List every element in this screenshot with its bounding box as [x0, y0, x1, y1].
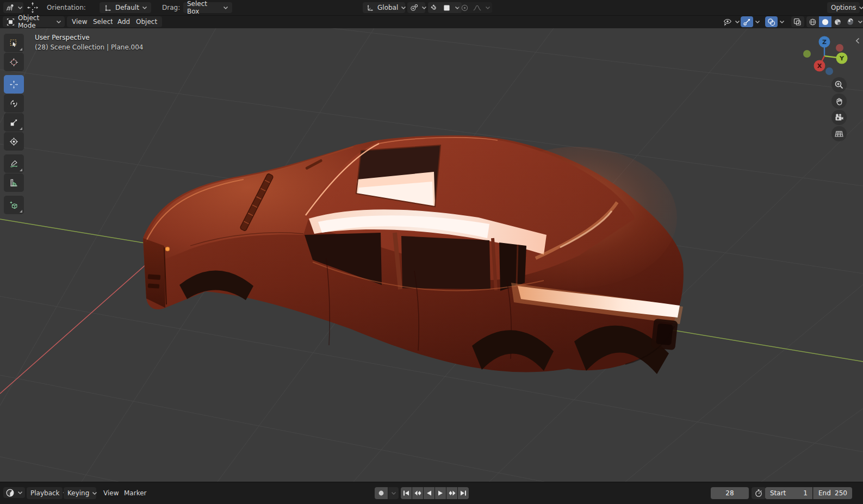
mode-dropdown[interactable]: Object Mode — [3, 16, 65, 27]
gizmo-axis-x[interactable]: X — [814, 60, 825, 72]
editor-type-icon — [5, 3, 15, 13]
proportional-edit-toggle[interactable] — [458, 2, 471, 13]
transform-orientation-dropdown[interactable]: Global — [363, 2, 405, 13]
annotate-pencil-icon — [9, 159, 18, 169]
shading-solid-button[interactable] — [819, 16, 831, 27]
play-icon — [438, 490, 443, 496]
ortho-toggle-button[interactable] — [831, 126, 847, 141]
chevron-down-icon — [56, 20, 61, 24]
timeline-menu-marker[interactable]: Marker — [119, 488, 151, 499]
gizmo-axis-z[interactable]: Z — [819, 36, 830, 48]
hand-icon — [834, 96, 844, 106]
chevron-down-icon — [401, 6, 406, 10]
playback-menu[interactable]: Playback — [27, 487, 63, 499]
tool-cursor[interactable] — [4, 53, 24, 71]
shading-material-button[interactable] — [831, 16, 844, 27]
visibility-dropdown[interactable] — [721, 16, 742, 27]
snap-toggle-button[interactable] — [428, 2, 440, 13]
gizmo-z-label: Z — [822, 39, 827, 46]
scene-canvas — [0, 28, 863, 482]
chevron-down-icon — [17, 491, 23, 495]
orientation-icon — [103, 3, 113, 13]
pan-button[interactable] — [831, 94, 847, 109]
shading-material-icon — [833, 17, 842, 27]
gizmo-axis-z-neg[interactable] — [825, 67, 833, 75]
scale-icon — [9, 118, 18, 127]
editor-type-selector[interactable] — [3, 2, 23, 13]
object-origin-dot — [165, 247, 170, 251]
overlays-circles-icon — [767, 17, 776, 27]
tool-select-box[interactable] — [4, 34, 24, 52]
jump-to-end-button[interactable] — [458, 487, 469, 499]
gizmo-settings-dropdown[interactable] — [753, 16, 762, 27]
view-name: User Perspective — [35, 33, 144, 42]
gizmo-arrow-icon — [742, 17, 752, 27]
stopwatch-icon — [754, 489, 763, 497]
sidebar-toggle[interactable] — [854, 36, 861, 46]
gizmo-x-label: X — [817, 63, 822, 70]
jump-first-icon — [403, 490, 409, 496]
show-overlays-toggle[interactable] — [765, 16, 778, 27]
previous-keyframe-button[interactable] — [412, 487, 423, 499]
gizmo-axis-x-neg[interactable] — [836, 44, 843, 52]
show-gizmo-toggle[interactable] — [741, 16, 753, 27]
keying-label: Keying — [67, 489, 89, 497]
tool-move[interactable] — [4, 75, 24, 94]
timeline-bar: Playback Keying View Marker — [0, 482, 863, 504]
menu-object[interactable]: Object — [131, 16, 162, 27]
options-dropdown[interactable]: Options — [827, 2, 860, 13]
tool-rotate[interactable] — [4, 94, 24, 113]
tool-measure[interactable] — [4, 173, 24, 192]
camera-icon — [834, 113, 844, 122]
current-frame-field[interactable]: 28 — [711, 487, 749, 499]
navigation-gizmo[interactable]: Z Y X — [797, 33, 858, 80]
shading-wireframe-button[interactable] — [806, 16, 819, 27]
end-label: End — [818, 489, 831, 497]
jump-last-icon — [460, 490, 467, 496]
shading-rendered-button[interactable] — [844, 16, 856, 27]
play-reverse-icon — [426, 490, 432, 496]
viewport-3d[interactable]: User Perspective (28) Scene Collection |… — [0, 28, 863, 482]
start-frame-field[interactable]: Start 1 — [765, 487, 812, 499]
transform-orientation-value: Global — [377, 4, 398, 11]
drag-label: Drag: — [162, 2, 180, 14]
timeline-editor-selector[interactable] — [3, 487, 25, 498]
play-button[interactable] — [435, 487, 446, 499]
pivot-point-dropdown[interactable] — [407, 2, 425, 13]
proportional-falloff-button[interactable] — [471, 2, 483, 13]
eye-cursor-icon — [723, 17, 732, 27]
xray-toggle[interactable] — [791, 16, 804, 27]
chevron-down-icon — [858, 20, 863, 24]
keying-set-dropdown[interactable] — [388, 487, 399, 499]
tool-annotate[interactable] — [4, 154, 24, 173]
start-label: Start — [770, 489, 786, 497]
drag-dropdown[interactable]: Select Box — [183, 2, 232, 13]
viewport-header: Object Mode View Select Add Object — [0, 16, 863, 28]
gizmo-axis-y[interactable]: Y — [836, 53, 848, 64]
jump-to-start-button[interactable] — [401, 487, 412, 499]
tool-add-cube[interactable] — [4, 196, 24, 214]
keying-menu[interactable]: Keying — [64, 487, 96, 499]
tool-shelf — [4, 34, 24, 215]
orientation-dropdown[interactable]: Default — [100, 2, 151, 13]
proportional-settings-dropdown[interactable] — [483, 2, 492, 13]
camera-view-button[interactable] — [831, 110, 847, 125]
chevron-down-icon — [421, 6, 427, 10]
overlays-settings-dropdown[interactable] — [778, 16, 786, 27]
snap-target-button[interactable] — [440, 2, 453, 13]
clock-icon — [5, 488, 15, 497]
tool-transform[interactable] — [4, 132, 24, 151]
shading-rendered-icon — [846, 17, 855, 27]
next-keyframe-button[interactable] — [446, 487, 457, 499]
select-box-icon — [9, 39, 18, 48]
zoom-button[interactable] — [831, 77, 847, 92]
global-orientation-icon — [365, 3, 375, 13]
use-preview-range-toggle[interactable] — [752, 487, 766, 499]
play-reverse-button[interactable] — [424, 487, 434, 499]
gizmo-axis-y-neg[interactable] — [803, 50, 811, 58]
chevron-down-icon — [142, 6, 147, 10]
end-frame-field[interactable]: End 250 — [813, 487, 852, 499]
auto-keying-record-button[interactable] — [375, 487, 388, 499]
tool-scale[interactable] — [4, 113, 24, 132]
shading-settings-dropdown[interactable] — [856, 16, 863, 27]
